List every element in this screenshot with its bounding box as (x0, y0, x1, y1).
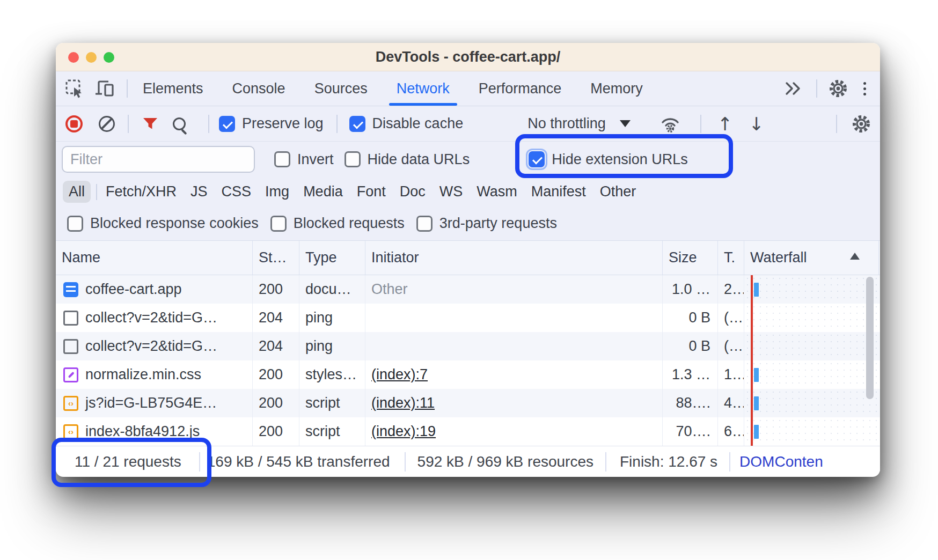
document-icon (63, 282, 78, 297)
transferred-size: 169 kB / 545 kB transferred (207, 453, 390, 470)
tab-sources[interactable]: Sources (314, 71, 368, 106)
type-filter-all[interactable]: All (63, 181, 91, 203)
cell-size: 70…. (663, 417, 718, 446)
blocked-requests-checkbox[interactable] (270, 216, 287, 232)
initiator-link[interactable]: (index):11 (371, 395, 435, 411)
type-filter-other[interactable]: Other (600, 183, 636, 200)
cell-initiator: (index):7 (365, 360, 663, 389)
ping-icon (63, 311, 78, 326)
network-conditions-icon[interactable] (661, 115, 680, 132)
blocked-response-cookies-label: Blocked response cookies (90, 215, 259, 232)
type-filter-manifest[interactable]: Manifest (531, 183, 586, 200)
type-filter-media[interactable]: Media (303, 183, 343, 200)
tab-memory[interactable]: Memory (590, 71, 643, 106)
requests-count: 11 / 21 requests (75, 453, 181, 470)
network-settings-gear-icon[interactable] (851, 114, 871, 134)
column-header-t[interactable]: T. (718, 241, 744, 275)
hide-data-urls-label: Hide data URLs (368, 151, 470, 168)
column-header-type[interactable]: Type (299, 241, 365, 275)
device-toolbar-icon[interactable] (94, 78, 115, 99)
column-header-initiator[interactable]: Initiator (365, 241, 663, 275)
inspect-cursor-icon[interactable] (64, 78, 85, 99)
column-header-size[interactable]: Size (663, 241, 718, 275)
minimize-window-button[interactable] (86, 52, 97, 63)
table-row[interactable]: coffee-cart.app200docu…Other1.0 …2… (56, 275, 880, 304)
type-filter-js[interactable]: JS (190, 183, 208, 200)
table-row[interactable]: collect?v=2&tid=G…204ping0 B(… (56, 304, 880, 332)
disable-cache-checkbox[interactable] (349, 116, 365, 132)
tab-console[interactable]: Console (232, 71, 285, 106)
column-header-st[interactable]: St… (253, 241, 299, 275)
request-name: coffee-cart.app (85, 281, 182, 298)
hide-data-urls-checkbox[interactable] (345, 151, 361, 167)
3rd-party-requests-checkbox[interactable] (416, 216, 433, 232)
request-table-body: coffee-cart.app200docu…Other1.0 …2…colle… (56, 275, 880, 446)
type-filter-fetch-xhr[interactable]: Fetch/XHR (106, 183, 177, 200)
filter-funnel-icon[interactable] (143, 117, 158, 130)
blocked-response-cookies-checkbox[interactable] (67, 216, 83, 232)
cell-type: ping (299, 304, 365, 332)
kebab-menu-icon[interactable] (863, 82, 866, 95)
type-filter-ws[interactable]: WS (439, 183, 463, 200)
divider (405, 452, 406, 471)
cell-status: 204 (253, 304, 299, 332)
tab-performance[interactable]: Performance (479, 71, 562, 106)
table-row[interactable]: ‹›js?id=G-LB75G4E…200script(index):1188…… (56, 389, 880, 417)
disable-cache-group: Disable cache (349, 115, 464, 132)
sort-asc-icon[interactable] (850, 253, 860, 260)
type-filter-css[interactable]: CSS (222, 183, 252, 200)
invert-label: Invert (297, 151, 334, 168)
download-icon[interactable]: ↓ (749, 115, 764, 133)
hide-extension-urls-group: Hide extension URLs (529, 151, 688, 168)
divider (128, 115, 129, 133)
tab-network[interactable]: Network (397, 71, 450, 106)
chevron-double-right-icon[interactable] (783, 78, 803, 99)
column-header-name[interactable]: Name (56, 241, 253, 275)
settings-gear-icon[interactable] (828, 78, 848, 99)
divider (836, 115, 837, 133)
type-filter-wasm[interactable]: Wasm (477, 183, 517, 200)
upload-icon[interactable]: ↑ (717, 115, 733, 133)
throttling-select[interactable]: No throttling (527, 115, 631, 132)
script-icon: ‹› (63, 396, 78, 411)
resource-type-filter-row: AllFetch/XHRJSCSSImgMediaFontDocWSWasmMa… (56, 177, 880, 207)
type-filter-font[interactable]: Font (357, 183, 386, 200)
finish-time: Finish: 12.67 s (620, 453, 717, 470)
cell-size: 0 B (663, 332, 718, 360)
network-toolbar: Preserve log Disable cache No throttling… (56, 106, 880, 142)
preserve-log-label: Preserve log (242, 115, 324, 132)
filter-input[interactable] (62, 146, 255, 173)
clear-icon[interactable] (99, 116, 115, 132)
dom-content-loaded-time[interactable]: DOMConten (739, 453, 823, 470)
cell-time: 1… (718, 360, 744, 389)
cell-waterfall (744, 417, 880, 446)
request-name: index-8bfa4912.js (85, 423, 200, 440)
tab-elements[interactable]: Elements (143, 71, 203, 106)
cell-initiator (365, 332, 663, 360)
filter-row: Invert Hide data URLs Hide extension URL… (56, 142, 880, 177)
record-stop-icon[interactable] (65, 115, 83, 132)
initiator-link[interactable]: (index):7 (371, 366, 428, 383)
close-window-button[interactable] (68, 52, 79, 63)
table-row[interactable]: normalize.min.css200styles…(index):71.3 … (56, 360, 880, 389)
zoom-window-button[interactable] (104, 52, 114, 63)
cell-type: script (299, 389, 365, 417)
cell-time: 2… (718, 275, 744, 304)
tabbar-right-controls (783, 71, 880, 106)
preserve-log-checkbox[interactable] (219, 116, 235, 132)
type-filter-doc[interactable]: Doc (400, 183, 426, 200)
table-row[interactable]: ‹›index-8bfa4912.js200script(index):1970… (56, 417, 880, 446)
table-row[interactable]: collect?v=2&tid=G…204ping0 B(… (56, 332, 880, 360)
divider (816, 79, 817, 98)
type-filter-img[interactable]: Img (265, 183, 289, 200)
divider (127, 79, 128, 98)
invert-checkbox[interactable] (274, 151, 290, 167)
search-icon[interactable] (173, 117, 186, 130)
vertical-scrollbar[interactable] (866, 277, 874, 399)
waterfall-bar (754, 283, 759, 297)
cell-time: 6… (718, 417, 744, 446)
request-name: js?id=G-LB75G4E… (85, 395, 217, 411)
hide-extension-urls-checkbox[interactable] (529, 151, 545, 167)
initiator-link[interactable]: (index):19 (371, 423, 436, 440)
blocked-filter-row: Blocked response cookiesBlocked requests… (56, 207, 880, 240)
